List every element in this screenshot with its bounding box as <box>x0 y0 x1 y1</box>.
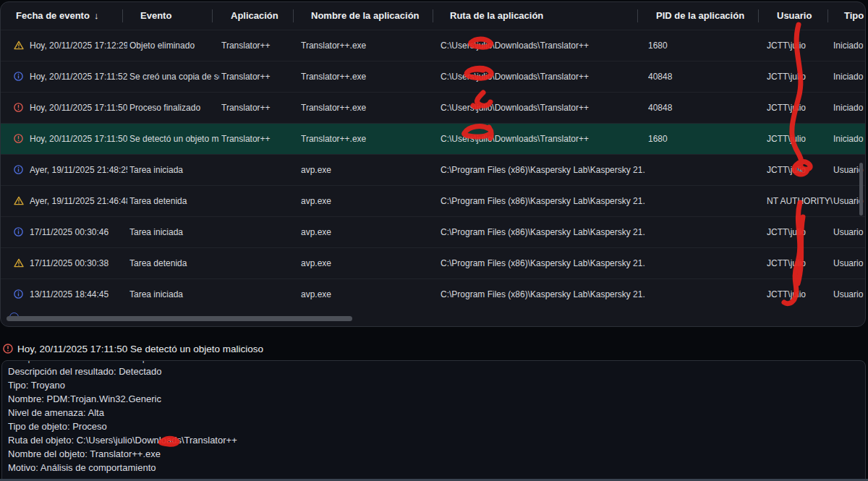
cell-application-path: C:\Users\julio\Downloads\Translator++ <box>441 124 645 154</box>
cell-event-date: Hoy, 20/11/2025 17:11:50 <box>30 124 127 154</box>
cell-user: JCTT\julio <box>767 93 833 123</box>
cell-application: Translator++ <box>221 93 298 123</box>
cell-event-date: 17/11/2025 00:30:38 <box>30 248 127 278</box>
table-row[interactable]: Ayer, 19/11/2025 21:48:25 Tarea iniciada… <box>1 154 865 185</box>
cell-application-pid: 40848 <box>648 93 764 123</box>
table-row[interactable]: Hoy, 20/11/2025 17:11:50 Proceso finaliz… <box>1 92 865 123</box>
cell-event-name: Proceso finalizado <box>129 93 219 123</box>
cell-event-name: Objeto eliminado <box>129 30 219 61</box>
cell-user-type: Iniciado <box>833 61 865 92</box>
sort-descending-icon: ↓ <box>94 10 99 21</box>
detail-line: Nivel de amenaza: Alta <box>8 406 859 420</box>
cell-application-name: Translator++.exe <box>301 61 438 92</box>
cell-application-name: avp.exe <box>301 248 438 278</box>
table-header-row: Fecha de evento↓ Evento Aplicación Nombr… <box>1 2 865 30</box>
cell-application-name: avp.exe <box>301 217 438 247</box>
cell-application: Translator++ <box>221 124 298 154</box>
cell-event-name: Tarea iniciada <box>129 279 219 310</box>
table-row[interactable]: 17/11/2025 00:30:38 Tarea detenida avp.e… <box>1 247 865 278</box>
detail-line: Nombre: PDM:Trojan.Win32.Generic <box>8 392 859 406</box>
table-row[interactable]: 13/11/2025 18:44:45 Tarea iniciada avp.e… <box>1 278 865 310</box>
cell-event-date: Hoy, 20/11/2025 17:11:50 <box>30 93 127 123</box>
cell-user: JCTT\julio <box>767 155 833 185</box>
cell-application-pid: 1680 <box>648 30 764 61</box>
info-icon <box>14 72 23 81</box>
cell-user-type: Iniciado <box>833 93 865 123</box>
cell-application <box>221 186 298 216</box>
cell-event-date: 17/11/2025 00:30:46 <box>30 217 127 247</box>
cell-event-name: Tarea detenida <box>129 248 219 278</box>
cell-user: JCTT\julio <box>767 124 833 154</box>
warning-icon <box>14 41 24 50</box>
info-icon <box>14 227 23 237</box>
table-row[interactable]: Hoy, 20/11/2025 17:12:29 Objeto eliminad… <box>1 30 865 61</box>
cell-application-path: C:\Users\julio\Downloads\Translator++ <box>441 30 645 61</box>
severity-icon <box>14 30 28 61</box>
warning-icon <box>14 196 24 205</box>
cell-event-date: Hoy, 20/11/2025 17:11:52 <box>30 61 127 92</box>
event-log-screen: Fecha de evento↓ Evento Aplicación Nombr… <box>0 0 868 481</box>
cell-application-pid <box>648 248 764 278</box>
cell-event-name: Tarea iniciada <box>129 217 219 247</box>
cell-application <box>221 248 298 278</box>
column-header-pid[interactable]: PID de la aplicación <box>656 2 744 30</box>
column-header-user[interactable]: Usuario <box>777 2 812 30</box>
cell-user: NT AUTHORITY\ <box>767 186 833 216</box>
cell-user: JCTT\julio <box>767 279 833 310</box>
cell-application-pid <box>648 186 764 216</box>
column-header-date[interactable]: Fecha de evento↓ <box>16 2 98 30</box>
cell-application-name: avp.exe <box>301 279 438 310</box>
cell-application-path: C:\Program Files (x86)\Kaspersky Lab\Kas… <box>441 279 645 310</box>
info-icon <box>14 289 23 299</box>
cell-application-pid: 1680 <box>648 124 764 154</box>
column-header-event[interactable]: Evento <box>140 2 171 30</box>
column-header-app[interactable]: Aplicación <box>231 2 278 30</box>
detail-line: Descripción del resultado: Detectado <box>8 365 859 378</box>
critical-icon <box>14 134 23 143</box>
table-row[interactable]: Hoy, 20/11/2025 17:11:50 Se detectó un o… <box>1 123 865 154</box>
cell-application-path: C:\Program Files (x86)\Kaspersky Lab\Kas… <box>441 217 645 247</box>
cell-user-type: Usuario <box>833 279 865 310</box>
table-row[interactable]: Hoy, 20/11/2025 17:11:52 Se creó una cop… <box>1 61 865 92</box>
horizontal-scrollbar-thumb[interactable] <box>7 316 352 321</box>
detail-line: Motivo: Análisis de comportamiento <box>8 461 859 474</box>
cell-application-pid <box>648 279 764 310</box>
cell-application <box>221 155 298 185</box>
header-divider <box>122 9 123 22</box>
cell-application-name: Translator++.exe <box>301 124 438 154</box>
header-divider <box>293 9 294 22</box>
cell-application <box>221 279 298 310</box>
severity-icon <box>14 248 28 278</box>
table-row[interactable]: Ayer, 19/11/2025 21:46:48 Tarea detenida… <box>1 185 865 216</box>
column-header-app-name[interactable]: Nombre de la aplicación <box>311 2 420 30</box>
critical-icon <box>14 103 23 112</box>
table-row[interactable]: 17/11/2025 00:30:46 Tarea iniciada avp.e… <box>1 216 865 247</box>
detail-line: Tipo de objeto: Proceso <box>8 420 859 433</box>
detail-text-box: Componente: Detección de comportamientoD… <box>1 360 866 481</box>
cell-application-path: C:\Program Files (x86)\Kaspersky Lab\Kas… <box>441 155 645 185</box>
cell-application <box>221 217 298 247</box>
column-header-type[interactable]: Tipo <box>844 2 864 30</box>
cell-application-name: Translator++.exe <box>301 30 438 61</box>
severity-icon <box>14 186 28 216</box>
severity-icon <box>14 61 28 92</box>
severity-icon <box>14 124 28 154</box>
severity-icon <box>14 93 28 123</box>
detail-header-text: Hoy, 20/11/2025 17:11:50 Se detectó un o… <box>17 341 263 357</box>
column-header-app-path[interactable]: Ruta de la aplicación <box>450 2 543 30</box>
warning-icon <box>14 258 24 268</box>
cell-application: Translator++ <box>221 61 298 92</box>
detail-line: Tipo: Troyano <box>8 378 859 392</box>
cell-application-name: Translator++.exe <box>301 93 438 123</box>
cell-user-type: Usuario <box>833 248 865 278</box>
vertical-scrollbar-thumb[interactable] <box>859 163 863 216</box>
cell-event-date: Ayer, 19/11/2025 21:46:48 <box>30 186 127 216</box>
severity-icon <box>14 155 28 185</box>
cell-user: JCTT\julio <box>767 248 833 278</box>
critical-icon <box>3 344 13 354</box>
cell-application-path: C:\Users\julio\Downloads\Translator++ <box>441 93 645 123</box>
cell-event-name: Tarea detenida <box>129 186 219 216</box>
cell-event-date: 13/11/2025 18:44:45 <box>30 279 127 310</box>
cell-event-date: Ayer, 19/11/2025 21:48:25 <box>30 155 127 185</box>
header-divider <box>827 9 828 22</box>
